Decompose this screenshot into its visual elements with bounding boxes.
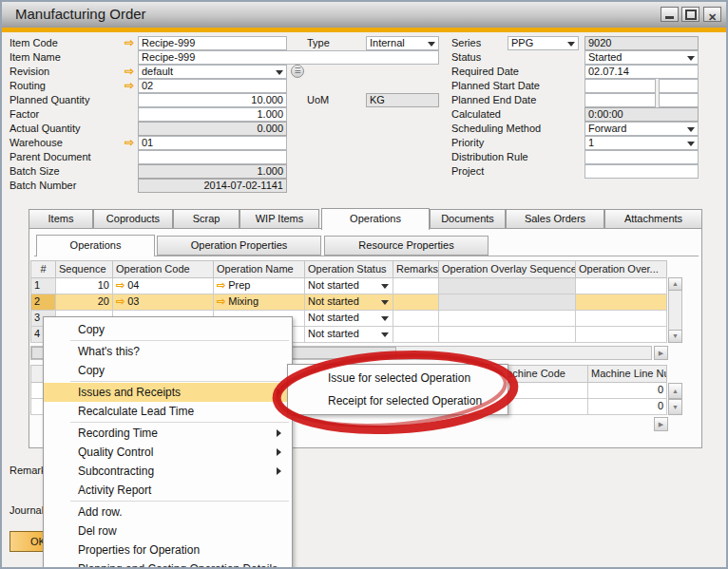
op-cell-status-dropdown[interactable]: Not started — [305, 278, 393, 294]
link-arrow-icon[interactable]: ⇨ — [116, 295, 125, 307]
tab-wip-items[interactable]: WIP Items — [239, 209, 319, 229]
menu-item-issues-and-receipts[interactable]: Issues and Receipts — [44, 383, 292, 402]
op-header-overlay-sequence[interactable]: Operation Overlay Sequence — [439, 260, 576, 278]
priority-dropdown[interactable]: 1 — [584, 136, 699, 150]
op-cell-sequence[interactable]: 20 — [56, 294, 113, 311]
res-cell-machine-code[interactable] — [495, 383, 588, 399]
menu-item-recalculate-lead-time[interactable]: Recalculate Lead Time — [44, 402, 292, 421]
menu-item-planning-and-costing[interactable]: Planning and Costing Operation Details — [44, 560, 292, 569]
op-cell-operation-name[interactable]: ⇨Prep — [214, 278, 305, 294]
tab-documents[interactable]: Documents — [430, 209, 506, 229]
op-cell-operation-code[interactable]: ⇨04 — [113, 278, 214, 294]
maximize-button[interactable] — [681, 7, 699, 22]
menu-item-copy[interactable]: Copy — [44, 361, 292, 380]
series-dropdown[interactable]: PPG — [508, 36, 579, 50]
project-field[interactable] — [584, 164, 699, 179]
op-cell-status-dropdown[interactable]: Not started — [305, 294, 393, 311]
link-arrow-icon[interactable]: ⇨ — [125, 79, 138, 93]
scroll-down-icon[interactable]: ▼ — [668, 330, 682, 343]
planned-end-time-field[interactable] — [659, 93, 699, 107]
op-header-overlay-2[interactable]: Operation Over... — [576, 260, 667, 278]
op-cell-overlay-2[interactable] — [576, 278, 667, 294]
menu-item-whats-this[interactable]: What's this? — [44, 342, 292, 361]
type-dropdown[interactable]: Internal — [366, 36, 439, 50]
tab-items[interactable]: Items — [29, 209, 93, 229]
link-arrow-icon[interactable]: ⇨ — [116, 279, 125, 291]
op-cell-status-dropdown[interactable]: Not started — [305, 327, 393, 343]
op-cell-operation-code[interactable]: ⇨03 — [113, 294, 214, 311]
res-cell-machine-line-num[interactable]: 0 — [588, 383, 667, 399]
warehouse-field[interactable]: 01 — [138, 136, 287, 150]
planned-start-time-field[interactable] — [659, 79, 699, 93]
planned-end-date-field[interactable] — [584, 93, 656, 107]
link-arrow-icon[interactable]: ⇨ — [125, 36, 138, 50]
op-cell-sequence[interactable]: 10 — [56, 278, 113, 294]
titlebar[interactable]: Manufacturing Order — [2, 2, 726, 28]
op-header-operation-code[interactable]: Operation Code — [113, 260, 214, 278]
scroll-right-icon[interactable]: ▶ — [654, 417, 668, 431]
menu-item-quality-control[interactable]: Quality Control — [44, 443, 292, 462]
op-row-num[interactable]: 1 — [30, 278, 56, 294]
tab-coproducts[interactable]: Coproducts — [93, 209, 173, 229]
item-code-field[interactable]: Recipe-999 — [138, 36, 287, 50]
scroll-down-icon[interactable]: ▼ — [668, 399, 682, 415]
subtab-operations[interactable]: Operations — [36, 235, 155, 256]
minimize-button[interactable] — [661, 7, 679, 22]
scroll-up-icon[interactable]: ▲ — [668, 277, 682, 291]
menu-item-issue-for-selected-operation[interactable]: Issue for selected Operation — [288, 367, 508, 389]
op-cell-remarks[interactable] — [393, 327, 439, 343]
menu-item-activity-report[interactable]: Activity Report — [44, 481, 292, 500]
op-cell-operation-name[interactable]: ⇨Mixing — [214, 294, 305, 311]
op-cell-remarks[interactable] — [393, 278, 439, 294]
distribution-rule-field[interactable] — [584, 150, 699, 164]
op-cell-overlay-sequence[interactable] — [439, 327, 576, 343]
res-cell-machine-line-num[interactable]: 0 — [588, 399, 667, 415]
link-arrow-icon[interactable]: ⇨ — [217, 295, 225, 307]
res-cell-machine-code[interactable] — [495, 399, 588, 415]
scroll-right-icon[interactable]: ▶ — [654, 346, 668, 360]
tab-operations[interactable]: Operations — [321, 208, 430, 230]
menu-item-properties-for-operation[interactable]: Properties for Operation — [44, 541, 292, 560]
op-cell-status-dropdown[interactable]: Not started — [305, 311, 393, 327]
link-arrow-icon[interactable]: ⇨ — [217, 279, 225, 291]
menu-item-subcontracting[interactable]: Subcontracting — [44, 462, 292, 481]
menu-item-add-row[interactable]: Add row. — [44, 503, 292, 522]
op-header-operation-name[interactable]: Operation Name — [214, 260, 305, 278]
factor-field[interactable]: 1.000 — [138, 107, 287, 122]
notes-icon[interactable]: ☰ — [291, 65, 304, 78]
tab-sales-orders[interactable]: Sales Orders — [506, 209, 604, 229]
op-cell-remarks[interactable] — [393, 311, 439, 327]
required-date-field[interactable]: 02.07.14 — [584, 65, 699, 79]
op-header-num[interactable]: # — [30, 260, 56, 278]
tab-scrap[interactable]: Scrap — [173, 209, 239, 229]
item-name-field[interactable]: Recipe-999 — [138, 50, 439, 65]
op-cell-remarks[interactable] — [393, 294, 439, 311]
close-button[interactable]: ✕ — [703, 7, 721, 22]
menu-item-recording-time[interactable]: Recording Time — [44, 424, 292, 443]
res-header-machine-code[interactable]: Machine Code — [495, 365, 588, 383]
status-dropdown[interactable]: Started — [584, 50, 699, 65]
op-header-operation-status[interactable]: Operation Status — [305, 260, 393, 278]
planned-quantity-field[interactable]: 10.000 — [138, 93, 287, 107]
menu-item-del-row[interactable]: Del row — [44, 522, 292, 541]
menu-item-receipt-for-selected-operation[interactable]: Receipt for selected Operation — [288, 389, 508, 412]
op-cell-overlay-2[interactable] — [576, 327, 667, 343]
planned-start-date-field[interactable] — [584, 79, 656, 93]
op-cell-overlay-2[interactable] — [576, 294, 667, 311]
parent-document-field[interactable] — [138, 150, 287, 164]
op-row-num[interactable]: 2 — [30, 294, 56, 311]
scroll-up-icon[interactable]: ▲ — [668, 383, 682, 399]
menu-item-copy[interactable]: Copy — [44, 320, 292, 339]
revision-dropdown[interactable]: default — [138, 65, 287, 79]
link-arrow-icon[interactable]: ⇨ — [125, 65, 138, 79]
res-header-machine-line-num[interactable]: Machine Line Num — [588, 365, 667, 383]
scheduling-method-dropdown[interactable]: Forward — [584, 122, 699, 136]
subtab-operation-properties[interactable]: Operation Properties — [157, 236, 321, 256]
tab-attachments[interactable]: Attachments — [604, 209, 702, 229]
op-header-sequence[interactable]: Sequence — [56, 260, 113, 278]
subtab-resource-properties[interactable]: Resource Properties — [324, 236, 489, 256]
op-cell-overlay-2[interactable] — [576, 311, 667, 327]
op-header-remarks[interactable]: Remarks — [393, 260, 439, 278]
link-arrow-icon[interactable]: ⇨ — [125, 136, 138, 150]
op-cell-overlay-sequence[interactable] — [439, 311, 576, 327]
